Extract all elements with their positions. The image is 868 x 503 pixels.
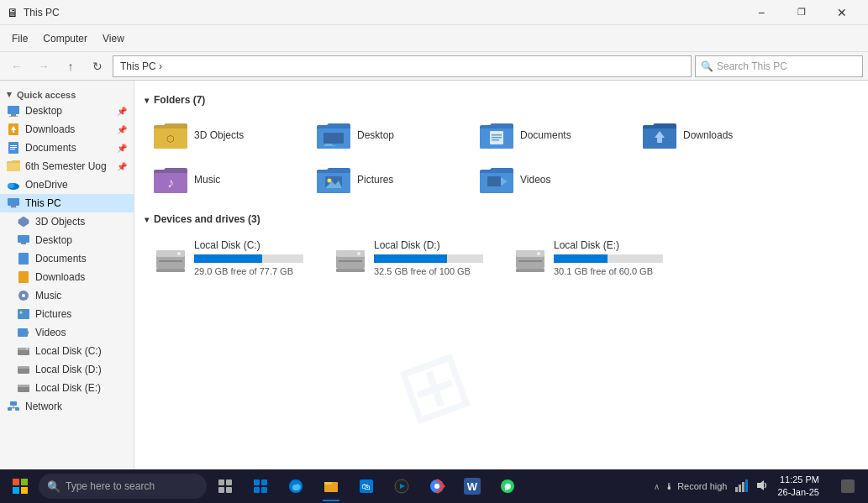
svg-rect-77 — [13, 487, 19, 494]
sidebar-item-documents[interactable]: Documents — [0, 249, 134, 268]
widget-icon — [252, 478, 269, 495]
task-view-button[interactable] — [208, 469, 242, 503]
start-button[interactable] — [3, 469, 37, 503]
tray-clock[interactable]: 11:25 PM 26-Jan-25 — [774, 474, 823, 500]
sidebar-item-local-disk-e[interactable]: Local Disk (E:) — [0, 379, 134, 397]
drive-d-bar-bg — [374, 254, 483, 263]
folder-item-3d-objects[interactable]: ⬡ 3D Objects — [145, 114, 304, 155]
folder-icon-6th — [7, 160, 20, 173]
drive-e-size: 30.1 GB free of 60.0 GB — [554, 266, 663, 276]
restore-button[interactable]: ❐ — [782, 0, 821, 25]
window-title: This PC — [24, 7, 60, 18]
drive-e-name: Local Disk (E:) — [554, 239, 663, 251]
drive-item-e[interactable]: Local Disk (E:) 30.1 GB free of 60.0 GB — [504, 233, 681, 282]
svg-rect-56 — [159, 260, 182, 262]
sidebar-onedrive-label: OneDrive — [25, 179, 68, 191]
drive-e-info: Local Disk (E:) 30.1 GB free of 60.0 GB — [554, 239, 663, 276]
edge-button[interactable] — [279, 469, 313, 503]
back-button[interactable]: ← — [5, 55, 29, 78]
folder-item-pictures[interactable]: Pictures — [308, 159, 467, 200]
minimize-button[interactable]: − — [742, 0, 781, 25]
documents-icon — [7, 141, 20, 155]
computer-menu-button[interactable]: Computer — [36, 27, 94, 50]
sidebar-item-desktop[interactable]: Desktop — [0, 231, 134, 249]
desktop-icon — [7, 104, 20, 118]
drive-d-size: 32.5 GB free of 100 GB — [374, 266, 483, 276]
sound-tray-icon[interactable] — [754, 477, 771, 496]
svg-rect-15 — [18, 235, 29, 243]
close-button[interactable]: ✕ — [823, 0, 861, 25]
quick-access-label: Quick access — [17, 90, 76, 100]
chrome-button[interactable] — [420, 469, 454, 503]
titlebar-left: 🖥 This PC — [7, 6, 60, 19]
address-bar[interactable]: This PC › — [113, 55, 692, 77]
sidebar-item-pictures[interactable]: Pictures — [0, 305, 134, 323]
notification-button[interactable] — [831, 469, 865, 503]
svg-rect-88 — [324, 482, 331, 485]
tray-expand-button[interactable]: ∧ — [652, 482, 661, 491]
explorer-button[interactable] — [314, 469, 348, 503]
folder-item-documents[interactable]: Documents — [471, 114, 630, 155]
taskbar-search-text: Type here to search — [66, 480, 155, 492]
drive-item-d[interactable]: Local Disk (D:) 32.5 GB free of 100 GB — [324, 233, 501, 282]
search-placeholder: Search This PC — [717, 60, 787, 72]
sidebar-item-desktop-qa[interactable]: Desktop 📌 — [0, 102, 134, 120]
media-button[interactable] — [385, 469, 418, 503]
sidebar-item-thispc[interactable]: This PC — [0, 194, 134, 212]
documents-folder-icon — [480, 120, 513, 149]
3d-objects-sidebar-icon — [17, 215, 30, 228]
drive-e-bar-bg — [554, 254, 663, 263]
sidebar-item-local-disk-d[interactable]: Local Disk (D:) — [0, 360, 134, 379]
downloads-sidebar-icon — [17, 270, 30, 284]
svg-rect-98 — [739, 485, 741, 492]
folder-item-downloads[interactable]: Downloads — [634, 114, 793, 155]
svg-rect-78 — [21, 487, 28, 494]
svg-rect-32 — [10, 401, 17, 406]
refresh-button[interactable]: ↻ — [86, 55, 109, 78]
onedrive-icon — [7, 178, 20, 191]
sidebar-item-downloads-qa[interactable]: Downloads 📌 — [0, 120, 134, 139]
store-button[interactable]: 🛍 — [350, 469, 383, 503]
forward-button[interactable]: → — [32, 55, 55, 78]
weather-widget[interactable]: 🌡 Record high — [665, 481, 727, 491]
svg-rect-43 — [492, 134, 502, 136]
quick-access-header: ▾ Quick access — [0, 84, 134, 102]
sidebar-item-network[interactable]: Network — [0, 397, 134, 416]
sidebar-item-music[interactable]: Music — [0, 286, 134, 305]
search-box[interactable]: 🔍 Search This PC — [695, 55, 863, 77]
svg-point-65 — [537, 252, 540, 255]
drives-section-header[interactable]: ▾ Devices and drives (3) — [145, 213, 858, 225]
svg-rect-79 — [218, 479, 224, 485]
disk-c-sidebar-icon — [17, 344, 30, 358]
taskbar-widget-button[interactable] — [244, 469, 277, 503]
sidebar-item-downloads[interactable]: Downloads — [0, 268, 134, 286]
folder-item-desktop[interactable]: Desktop — [308, 114, 467, 155]
sidebar-item-3d-objects[interactable]: 3D Objects — [0, 212, 134, 231]
sidebar-item-local-disk-c[interactable]: Local Disk (C:) — [0, 342, 134, 360]
folder-item-videos[interactable]: Videos — [471, 159, 630, 200]
sidebar-item-6th-semester[interactable]: 6th Semester Uog 📌 — [0, 157, 134, 176]
folder-item-music[interactable]: ♪ Music — [145, 159, 304, 200]
drive-c-size: 29.0 GB free of 77.7 GB — [194, 266, 303, 276]
whatsapp-icon — [499, 478, 516, 495]
drives-header-label: Devices and drives (3) — [154, 213, 260, 225]
file-menu-button[interactable]: File — [5, 27, 34, 50]
sidebar-item-onedrive[interactable]: OneDrive — [0, 176, 134, 194]
sidebar-item-videos[interactable]: Videos — [0, 323, 134, 342]
drive-item-c[interactable]: Local Disk (C:) 29.0 GB free of 77.7 GB — [145, 233, 321, 282]
view-menu-button[interactable]: View — [96, 27, 131, 50]
folder-desktop-label: Desktop — [357, 129, 394, 141]
network-tray-icon[interactable] — [734, 477, 750, 496]
svg-rect-45 — [492, 139, 499, 141]
up-button[interactable]: ↑ — [59, 55, 82, 78]
sidebar-item-documents-qa[interactable]: Documents 📌 — [0, 139, 134, 157]
svg-point-10 — [8, 183, 14, 188]
drive-d-info: Local Disk (D:) 32.5 GB free of 100 GB — [374, 239, 483, 276]
word-button[interactable]: W — [455, 469, 489, 503]
svg-rect-13 — [9, 207, 18, 208]
3d-objects-icon: ⬡ — [154, 120, 187, 149]
folders-section-header[interactable]: ▾ Folders (7) — [145, 94, 858, 106]
chrome-icon — [429, 478, 445, 495]
whatsapp-button[interactable] — [491, 469, 524, 503]
taskbar-search[interactable]: 🔍 Type here to search — [39, 474, 207, 499]
